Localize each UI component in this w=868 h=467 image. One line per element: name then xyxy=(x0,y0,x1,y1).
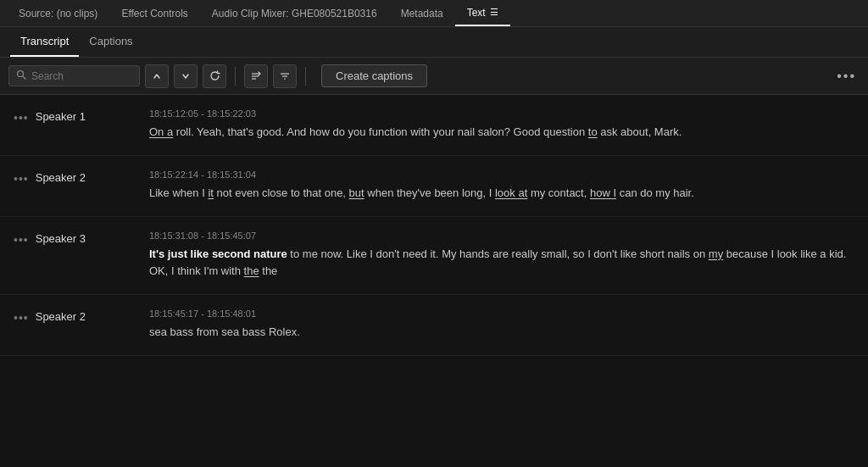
nav-text[interactable]: Text ☰ xyxy=(455,0,510,26)
transcript-text: It's just like second nature to me now. … xyxy=(149,246,854,281)
create-captions-button[interactable]: Create captions xyxy=(321,64,427,87)
speaker-col: •••Speaker 2 xyxy=(14,309,149,342)
sort-button[interactable] xyxy=(244,64,268,88)
transcript-entry: •••Speaker 318:15:31:08 - 18:15:45:07It'… xyxy=(0,217,868,296)
nav-source[interactable]: Source: (no clips) xyxy=(7,0,109,26)
filter-button[interactable] xyxy=(273,64,297,88)
transcript-text: Like when I it not even close to that on… xyxy=(149,185,854,203)
speaker-col: •••Speaker 2 xyxy=(14,170,149,203)
more-options-button[interactable]: ••• xyxy=(833,65,860,87)
nav-audio-clip-mixer[interactable]: Audio Clip Mixer: GHE080521B0316 xyxy=(200,0,389,26)
tabs-row: Transcript Captions xyxy=(0,27,868,58)
nav-metadata[interactable]: Metadata xyxy=(389,0,455,26)
nav-effect-controls[interactable]: Effect Controls xyxy=(109,0,199,26)
transcript-text: sea bass from sea bass Rolex. xyxy=(149,324,854,342)
toolbar-divider-2 xyxy=(305,67,306,86)
search-box[interactable] xyxy=(8,65,140,86)
search-input[interactable] xyxy=(31,70,132,82)
tab-transcript[interactable]: Transcript xyxy=(10,27,79,57)
transcript-content: 18:15:31:08 - 18:15:45:07It's just like … xyxy=(149,231,854,281)
entry-menu-dots[interactable]: ••• xyxy=(14,171,29,186)
toolbar-divider-1 xyxy=(235,67,236,86)
entry-menu-dots[interactable]: ••• xyxy=(14,310,29,325)
text-menu-icon: ☰ xyxy=(490,7,498,18)
speaker-name: Speaker 3 xyxy=(36,232,86,245)
transcript-content: 18:15:22:14 - 18:15:31:04Like when I it … xyxy=(149,170,854,203)
speaker-col: •••Speaker 3 xyxy=(14,231,149,281)
speaker-name: Speaker 2 xyxy=(36,310,86,323)
transcript-entry: •••Speaker 118:15:12:05 - 18:15:22:03On … xyxy=(0,95,868,156)
speaker-name: Speaker 2 xyxy=(36,171,86,184)
refresh-button[interactable] xyxy=(203,64,226,88)
transcript-area: •••Speaker 118:15:12:05 - 18:15:22:03On … xyxy=(0,95,868,467)
transcript-entry: •••Speaker 218:15:45:17 - 18:15:48:01sea… xyxy=(0,295,868,356)
speaker-col: •••Speaker 1 xyxy=(14,108,149,142)
top-nav-bar: Source: (no clips) Effect Controls Audio… xyxy=(0,0,868,27)
transcript-text: On a roll. Yeah, that's good. And how do… xyxy=(149,124,854,142)
svg-line-1 xyxy=(23,76,25,79)
timestamp: 18:15:31:08 - 18:15:45:07 xyxy=(149,231,854,241)
transcript-content: 18:15:45:17 - 18:15:48:01sea bass from s… xyxy=(149,309,854,342)
toolbar: Create captions ••• xyxy=(0,58,868,95)
prev-result-button[interactable] xyxy=(145,64,169,88)
timestamp: 18:15:12:05 - 18:15:22:03 xyxy=(149,108,854,119)
entry-menu-dots[interactable]: ••• xyxy=(14,110,29,125)
transcript-content: 18:15:12:05 - 18:15:22:03On a roll. Yeah… xyxy=(149,108,854,142)
timestamp: 18:15:45:17 - 18:15:48:01 xyxy=(149,309,854,319)
tab-captions[interactable]: Captions xyxy=(79,27,142,57)
speaker-name: Speaker 1 xyxy=(36,110,86,123)
transcript-entry: •••Speaker 218:15:22:14 - 18:15:31:04Lik… xyxy=(0,156,868,217)
search-icon xyxy=(16,69,26,82)
timestamp: 18:15:22:14 - 18:15:31:04 xyxy=(149,170,854,180)
next-result-button[interactable] xyxy=(174,64,198,88)
entry-menu-dots[interactable]: ••• xyxy=(14,232,29,247)
